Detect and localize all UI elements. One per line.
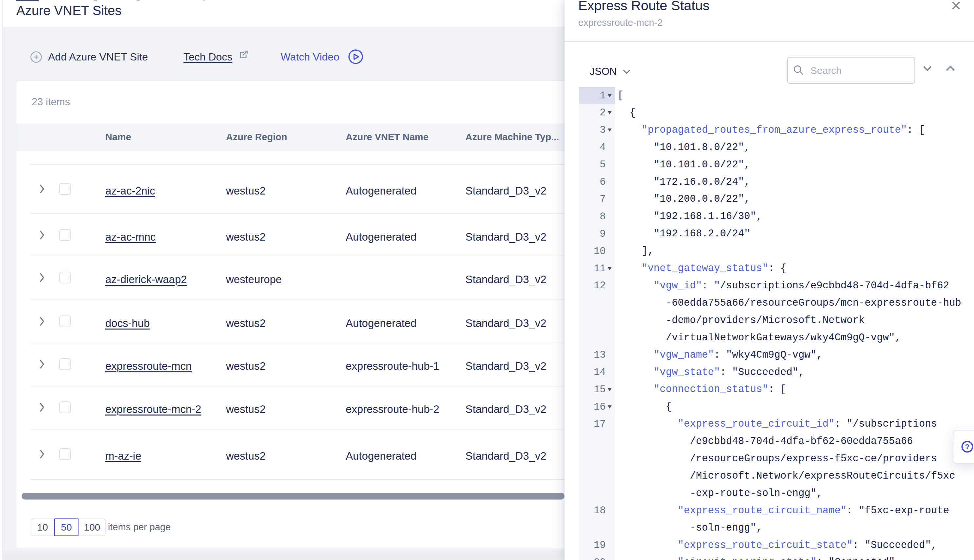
svg-text:?: ? [965, 443, 969, 451]
